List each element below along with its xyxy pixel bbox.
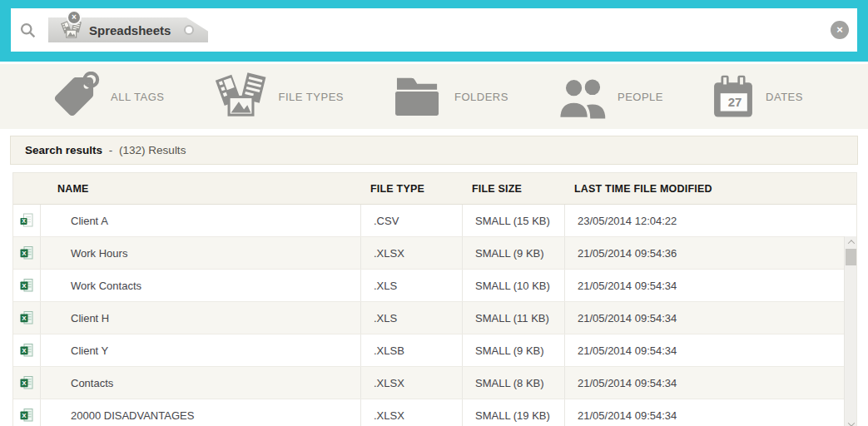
cell-name: 20000 DISADVANTAGES [41,399,361,426]
excel-file-icon [13,302,41,334]
results-table: NAME FILE TYPE FILE SIZE LAST TIME FILE … [12,172,857,426]
filter-label: PEOPLE [618,91,663,103]
cell-file-size: SMALL (10 KB) [463,270,565,301]
cell-modified: 21/05/2014 09:54:34 [565,270,856,301]
chevron-down-icon [847,419,854,426]
vertical-scrollbar[interactable] [844,236,856,426]
cell-modified: 21/05/2014 09:54:34 [565,302,856,334]
cell-file-size: SMALL (15 KB) [463,205,565,236]
cell-file-type: .XLSX [361,399,463,426]
cell-file-type: .XLSX [361,367,463,399]
excel-file-icon [13,367,41,399]
results-count: (132) Results [119,144,186,156]
filter-row: ALL TAGS FILE TYPES FOLDERS PEOPLE 27 [0,62,868,129]
filter-file-types[interactable]: FILE TYPES [213,72,344,121]
search-icon [19,22,37,39]
cell-modified: 21/05/2014 09:54:36 [565,237,856,269]
column-header-file-type: FILE TYPE [361,183,463,195]
filter-folders[interactable]: FOLDERS [392,75,508,118]
search-input[interactable]: Spreadsheets × × [11,8,857,52]
file-types-icon [213,72,268,121]
filter-dates[interactable]: 27 DATES [712,75,803,118]
results-bar: Search results - (132) Results [10,136,858,165]
table-row[interactable]: Work Contacts .XLS SMALL (10 KB) 21/05/2… [13,270,856,302]
cell-file-type: .XLSB [361,334,463,366]
cell-file-size: SMALL (9 KB) [463,237,565,269]
cell-name: Client H [41,302,361,334]
cell-file-size: SMALL (19 KB) [463,399,565,426]
tag-icon [48,72,100,121]
excel-file-icon [13,334,41,366]
cell-modified: 21/05/2014 09:54:34 [565,399,856,426]
scroll-up-button[interactable] [845,236,857,248]
csv-file-icon [13,205,41,236]
excel-file-icon [13,237,41,269]
table-row[interactable]: Client Y .XLSB SMALL (9 KB) 21/05/2014 0… [13,334,856,367]
filter-label: ALL TAGS [111,91,164,103]
cell-modified: 23/05/2014 12:04:22 [565,205,856,236]
table-row[interactable]: Client H .XLS SMALL (11 KB) 21/05/2014 0… [13,302,856,334]
excel-file-icon [13,270,41,301]
cell-modified: 21/05/2014 09:54:34 [565,367,856,399]
filter-label: DATES [766,91,803,103]
filter-label: FILE TYPES [279,91,344,103]
excel-file-icon [13,399,41,426]
cell-file-size: SMALL (9 KB) [463,334,565,366]
filter-all-tags[interactable]: ALL TAGS [48,72,164,121]
cell-file-type: .XLS [361,270,463,301]
people-icon [557,74,607,119]
chip-remove-button[interactable]: × [67,10,82,25]
cell-name: Work Hours [41,237,361,269]
results-title: Search results [25,144,102,156]
cell-modified: 21/05/2014 09:54:34 [565,334,856,366]
cell-file-type: .CSV [361,205,463,236]
search-page: Spreadsheets × × ALL TAGS FILE TYPES FOL… [0,0,868,426]
column-header-name: NAME [41,183,361,195]
results-separator: - [109,144,113,156]
table-body: Client A .CSV SMALL (15 KB) 23/05/2014 1… [13,205,856,426]
calendar-icon: 27 [712,75,755,118]
clear-search-button[interactable]: × [831,21,849,39]
folder-icon [392,75,444,118]
filter-people[interactable]: PEOPLE [557,74,663,119]
chevron-up-icon [847,240,854,246]
filter-label: FOLDERS [454,91,508,103]
cell-name: Work Contacts [41,270,361,301]
column-header-modified: LAST TIME FILE MODIFIED [565,183,856,195]
table-row[interactable]: Work Hours .XLSX SMALL (9 KB) 21/05/2014… [13,237,856,270]
cell-file-size: SMALL (8 KB) [463,367,565,399]
chip-hole [184,25,194,35]
search-bar-frame: Spreadsheets × × [0,0,868,62]
cell-file-size: SMALL (11 KB) [463,302,565,334]
cell-name: Client A [41,205,361,236]
cell-name: Contacts [41,367,361,399]
cell-file-type: .XLS [361,302,463,334]
table-row[interactable]: Client A .CSV SMALL (15 KB) 23/05/2014 1… [13,205,856,237]
scrollbar-thumb[interactable] [846,249,856,265]
table-header: NAME FILE TYPE FILE SIZE LAST TIME FILE … [13,173,856,205]
column-header-file-size: FILE SIZE [463,183,565,195]
chip-label: Spreadsheets [89,23,171,37]
table-row[interactable]: 20000 DISADVANTAGES .XLSX SMALL (19 KB) … [13,399,856,426]
table-row[interactable]: Contacts .XLSX SMALL (8 KB) 21/05/2014 0… [13,367,856,399]
cell-name: Client Y [41,334,361,366]
scroll-down-button[interactable] [845,419,857,426]
cell-file-type: .XLSX [361,237,463,269]
calendar-day: 27 [717,87,753,116]
